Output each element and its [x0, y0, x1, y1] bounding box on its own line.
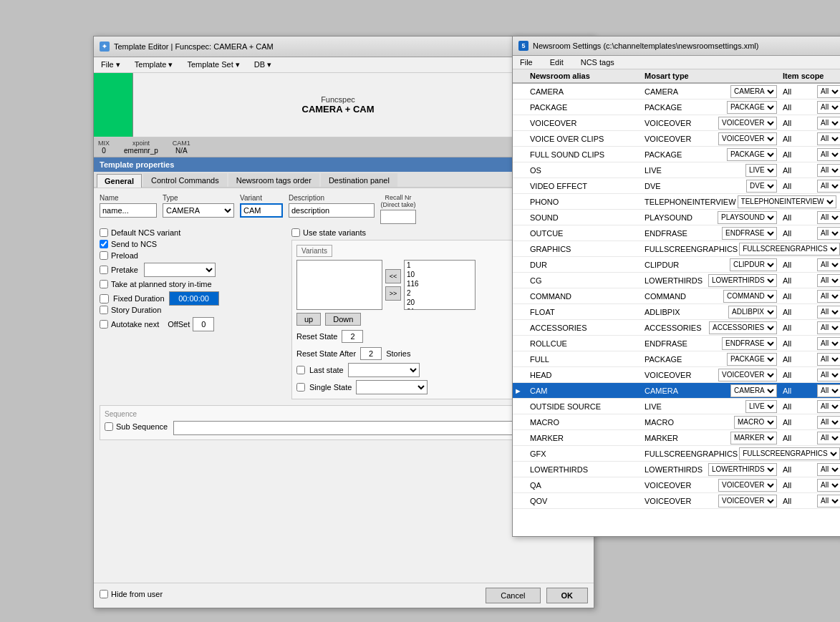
scope-select[interactable]: All: [817, 400, 840, 413]
mosart-select[interactable]: TELEPHONEINTERVIEW: [738, 195, 836, 208]
mosart-select[interactable]: VOICEOVER: [718, 132, 777, 145]
cancel-button[interactable]: Cancel: [486, 588, 540, 603]
recall-input[interactable]: [380, 210, 416, 224]
up-button[interactable]: up: [296, 313, 321, 326]
reset-state-after-input[interactable]: 2: [360, 347, 382, 360]
mosart-select[interactable]: ENDFRASE: [722, 337, 777, 350]
scope-select[interactable]: All: [817, 463, 840, 476]
table-row[interactable]: QOV VOICEOVER VOICEOVER All All: [513, 493, 840, 509]
scope-select[interactable]: All: [817, 290, 840, 303]
mosart-select[interactable]: PACKAGE: [727, 353, 777, 366]
variant-item[interactable]: 21: [405, 307, 475, 310]
mosart-select[interactable]: PACKAGE: [727, 148, 777, 161]
mosart-select[interactable]: PACKAGE: [727, 101, 777, 114]
tab-control-commands[interactable]: Control Commands: [143, 173, 227, 187]
arrow-right-btn[interactable]: >>: [385, 286, 401, 301]
offset-input[interactable]: 0: [193, 317, 214, 331]
table-row[interactable]: MARKER MARKER MARKER All All: [513, 430, 840, 446]
nws-ncs-tags-menu[interactable]: NCS tags: [578, 57, 617, 67]
story-duration-check[interactable]: [100, 306, 108, 314]
down-button[interactable]: Down: [325, 313, 361, 326]
variant-item[interactable]: 20: [405, 298, 475, 307]
table-row[interactable]: MACRO MACRO MACRO All All: [513, 414, 840, 430]
mosart-select[interactable]: VOICEOVER: [718, 479, 777, 492]
type-select[interactable]: CAMERA: [163, 203, 234, 218]
table-row[interactable]: FULL PACKAGE PACKAGE All All: [513, 351, 840, 367]
scope-select[interactable]: All: [817, 321, 840, 334]
name-input[interactable]: [100, 203, 157, 218]
default-ncs-check[interactable]: [100, 228, 108, 237]
table-row[interactable]: QA VOICEOVER VOICEOVER All All: [513, 477, 840, 493]
scope-select[interactable]: All: [817, 117, 840, 130]
mosart-select[interactable]: CAMERA: [730, 85, 777, 98]
mosart-select[interactable]: VOICEOVER: [718, 495, 777, 507]
scope-select[interactable]: All: [817, 85, 840, 98]
table-row[interactable]: VOICE OVER CLIPS VOICEOVER VOICEOVER All…: [513, 131, 840, 147]
variant-item[interactable]: 116: [405, 279, 475, 288]
template-menu[interactable]: Template: [132, 59, 176, 70]
autotake-check[interactable]: [100, 320, 108, 329]
mosart-select[interactable]: ADLIBPIX: [728, 306, 777, 319]
hide-from-user-check[interactable]: [100, 590, 108, 598]
pretake-select[interactable]: [144, 263, 216, 277]
arrow-left-btn[interactable]: <<: [385, 269, 401, 283]
scope-select[interactable]: All: [817, 258, 840, 271]
table-row[interactable]: OUTSIDE SOURCE LIVE LIVE All All: [513, 399, 840, 414]
take-planned-check[interactable]: [100, 280, 108, 288]
reset-state-input[interactable]: 2: [342, 330, 363, 343]
table-row[interactable]: FULL SOUND CLIPS PACKAGE PACKAGE All All: [513, 147, 840, 162]
scope-select[interactable]: All: [817, 274, 840, 287]
sequence-input[interactable]: [173, 421, 547, 435]
mosart-select[interactable]: CAMERA: [730, 384, 777, 397]
scope-select[interactable]: All: [817, 416, 840, 429]
table-row[interactable]: GFX FULLSCREENGRAPHICS FULLSCREENGRAPHIC…: [513, 446, 840, 462]
table-row[interactable]: PHONO TELEPHONEINTERVIEW TELEPHONEINTERV…: [513, 194, 840, 210]
mosart-select[interactable]: ACCESSORIES: [709, 321, 777, 334]
table-row[interactable]: ACCESSORIES ACCESSORIES ACCESSORIES All …: [513, 320, 840, 336]
send-ncs-check[interactable]: [100, 240, 108, 248]
tab-newsroom-tags-order[interactable]: Newsroom tags order: [228, 173, 319, 187]
mosart-select[interactable]: VOICEOVER: [718, 117, 777, 130]
scope-select[interactable]: All: [817, 384, 840, 397]
scope-select[interactable]: All: [817, 180, 840, 193]
table-row[interactable]: VIDEO EFFECT DVE DVE All All: [513, 178, 840, 194]
tab-destination-panel[interactable]: Destination panel: [321, 173, 397, 187]
table-row[interactable]: CG LOWERTHIRDS LOWERTHIRDS All All: [513, 273, 840, 288]
table-row[interactable]: OS LIVE LIVE All All: [513, 162, 840, 178]
mosart-select[interactable]: COMMAND: [723, 290, 777, 303]
ok-button[interactable]: OK: [546, 588, 589, 603]
description-input[interactable]: [289, 203, 375, 218]
variant-input[interactable]: [240, 203, 283, 218]
fixed-duration-check[interactable]: [100, 294, 109, 303]
sub-sequence-check[interactable]: [105, 422, 113, 431]
table-row[interactable]: ► CAM CAMERA CAMERA All All: [513, 383, 840, 399]
scope-select[interactable]: All: [817, 227, 840, 240]
table-row[interactable]: DUR CLIPDUR CLIPDUR All All: [513, 257, 840, 273]
scope-select[interactable]: All: [817, 337, 840, 350]
mosart-select[interactable]: FULLSCREENGRAPHICS: [739, 243, 840, 256]
mosart-select[interactable]: MARKER: [730, 432, 777, 444]
table-row[interactable]: LOWERTHIRDS LOWERTHIRDS LOWERTHIRDS All …: [513, 462, 840, 477]
scope-select[interactable]: All: [817, 495, 840, 507]
single-state-select[interactable]: [356, 380, 428, 394]
mosart-select[interactable]: LIVE: [745, 164, 777, 177]
table-row[interactable]: PACKAGE PACKAGE PACKAGE All All: [513, 99, 840, 115]
scope-select[interactable]: All: [817, 211, 840, 224]
tab-general[interactable]: General: [97, 174, 142, 188]
nws-file-menu[interactable]: File: [517, 57, 536, 67]
db-menu[interactable]: DB: [251, 59, 274, 70]
scope-select[interactable]: All: [817, 432, 840, 444]
scope-select[interactable]: All: [817, 306, 840, 319]
scope-select[interactable]: All: [817, 101, 840, 114]
table-row[interactable]: COMMAND COMMAND COMMAND All All: [513, 288, 840, 304]
scope-select[interactable]: All: [817, 132, 840, 145]
pretake-check[interactable]: [100, 266, 108, 274]
scope-select[interactable]: All: [817, 369, 840, 382]
variant-item[interactable]: 10: [405, 270, 475, 279]
table-row[interactable]: CAMERA CAMERA CAMERA All All: [513, 84, 840, 99]
mosart-select[interactable]: FULLSCREENGRAPHICS: [739, 447, 840, 460]
scope-select[interactable]: All: [817, 353, 840, 366]
single-state-check[interactable]: [296, 383, 305, 392]
mosart-select[interactable]: LOWERTHIRDS: [708, 274, 777, 287]
table-row[interactable]: ROLLCUE ENDFRASE ENDFRASE All All: [513, 336, 840, 351]
